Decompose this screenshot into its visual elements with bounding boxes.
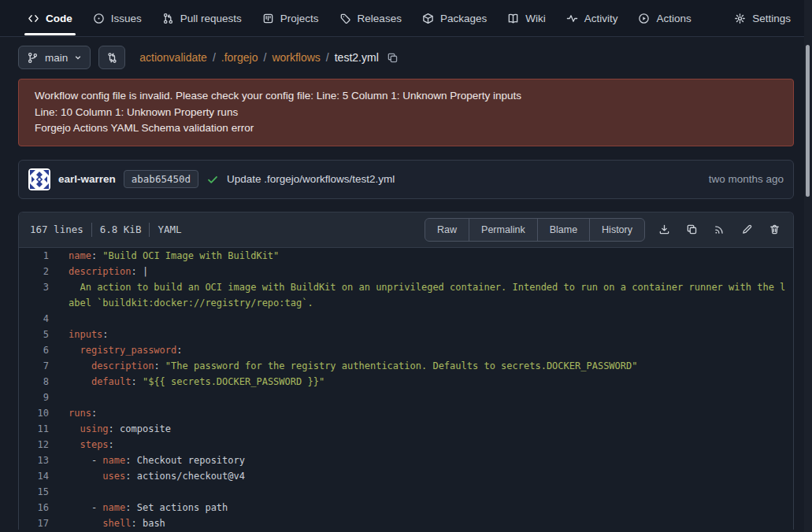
rss-icon: [714, 224, 725, 235]
actions-icon: [638, 13, 650, 24]
line-number[interactable]: 17: [19, 515, 49, 530]
code-line: 15: [19, 484, 793, 500]
line-number[interactable]: 10: [19, 405, 49, 421]
tab-label: Projects: [280, 13, 319, 24]
line-content: - name: Checkout repository: [49, 453, 793, 468]
avatar[interactable]: [28, 168, 50, 190]
line-content: [49, 311, 793, 327]
code-line: 11 using: composite: [19, 421, 793, 437]
line-number[interactable]: 5: [19, 327, 49, 342]
compare-button[interactable]: [98, 46, 125, 69]
releases-icon: [339, 13, 351, 24]
error-line: Workflow config file is invalid. Please …: [35, 88, 777, 105]
line-number[interactable]: 15: [19, 484, 49, 500]
tab-settings[interactable]: Settings: [724, 0, 801, 36]
chevron-down-icon: [74, 54, 82, 61]
code-line: 3 An action to build an OCI image with B…: [19, 279, 793, 311]
tab-label: Packages: [440, 13, 487, 24]
line-number[interactable]: 14: [19, 468, 49, 484]
tab-wiki[interactable]: Wiki: [497, 0, 556, 36]
code-line: 17 shell: bash: [19, 515, 793, 530]
code-view: 1name: "Build OCI Image with BuildKit"2d…: [19, 248, 793, 530]
code-line: 1name: "Build OCI Image with BuildKit": [19, 248, 793, 264]
code-line: 6 registry_password:: [19, 342, 793, 358]
file-header: 167 lines6.8 KiBYAML RawPermalinkBlameHi…: [19, 212, 793, 248]
line-number[interactable]: 11: [19, 421, 49, 437]
issue-icon: [93, 13, 105, 24]
permalink-button[interactable]: Permalink: [469, 219, 537, 241]
line-content: description: "The password for the regis…: [49, 358, 793, 374]
error-line: Forgejo Actions YAML Schema validation e…: [35, 120, 777, 137]
commit-hash-button[interactable]: abab65450d: [124, 170, 198, 188]
meta-divider: [149, 223, 150, 237]
edit-button[interactable]: [740, 222, 755, 237]
breadcrumb--forgejo[interactable]: .forgejo: [221, 51, 258, 64]
code-line: 8 default: "${{ secrets.DOCKER_PASSWORD …: [19, 374, 793, 390]
view-mode-group: RawPermalinkBlameHistory: [425, 218, 645, 242]
delete-button[interactable]: [767, 222, 782, 237]
breadcrumb-test2-yml: test2.yml: [335, 51, 379, 64]
file-header-actions: RawPermalinkBlameHistory: [425, 218, 782, 242]
breadcrumb-separator: /: [326, 51, 329, 64]
line-number[interactable]: 1: [19, 248, 49, 264]
code-line: 9: [19, 390, 793, 405]
tab-releases[interactable]: Releases: [329, 0, 412, 36]
line-number[interactable]: 4: [19, 311, 49, 327]
code-line: 4: [19, 311, 793, 327]
breadcrumb-workflows[interactable]: workflows: [272, 51, 320, 64]
blame-button[interactable]: Blame: [537, 219, 589, 241]
file-meta: 167 lines6.8 KiBYAML: [30, 223, 182, 237]
meta-divider: [91, 223, 92, 237]
download-icon: [658, 224, 670, 235]
line-number[interactable]: 13: [19, 453, 49, 468]
file-action-icons: [657, 222, 782, 237]
activity-icon: [566, 13, 578, 24]
tab-label: Actions: [656, 13, 691, 24]
line-content: default: "${{ secrets.DOCKER_PASSWORD }}…: [49, 374, 793, 390]
tab-activity[interactable]: Activity: [556, 0, 628, 36]
code-line: 16 - name: Set actions path: [19, 500, 793, 515]
tab-issues[interactable]: Issues: [83, 0, 152, 36]
line-content: shell: bash: [49, 515, 793, 530]
line-number[interactable]: 6: [19, 342, 49, 358]
line-content: An action to build an OCI image with Bui…: [49, 279, 793, 311]
commit-message[interactable]: Update .forgejo/workflows/test2.yml: [227, 173, 395, 185]
file-meta-6-8-kib: 6.8 KiB: [100, 224, 142, 235]
copy-path-icon[interactable]: [387, 52, 399, 64]
scrollbar-thumb[interactable]: [806, 45, 810, 197]
line-number[interactable]: 9: [19, 390, 49, 405]
compare-icon: [106, 52, 118, 64]
line-content: description: |: [49, 264, 793, 279]
pull-request-icon: [162, 13, 174, 24]
line-content: name: "Build OCI Image with BuildKit": [49, 248, 793, 264]
breadcrumb: actionvalidate/.forgejo/workflows/test2.…: [139, 51, 398, 64]
breadcrumb-actionvalidate[interactable]: actionvalidate: [139, 51, 207, 64]
commit-author[interactable]: earl-warren: [58, 173, 116, 185]
code-line: 13 - name: Checkout repository: [19, 453, 793, 468]
tab-projects[interactable]: Projects: [252, 0, 329, 36]
tab-code[interactable]: Code: [17, 0, 83, 36]
scrollbar-track[interactable]: [804, 0, 812, 532]
line-number[interactable]: 16: [19, 500, 49, 515]
tab-pull-requests[interactable]: Pull requests: [152, 0, 252, 36]
tab-actions[interactable]: Actions: [628, 0, 701, 36]
tab-packages[interactable]: Packages: [412, 0, 497, 36]
file-meta-167-lines: 167 lines: [30, 224, 83, 235]
check-icon[interactable]: [206, 173, 219, 186]
code-line: 14 uses: actions/checkout@v4: [19, 468, 793, 484]
line-number[interactable]: 7: [19, 358, 49, 374]
copy-button[interactable]: [684, 222, 699, 237]
raw-button[interactable]: Raw: [425, 219, 469, 241]
line-number[interactable]: 12: [19, 437, 49, 453]
download-button[interactable]: [657, 222, 672, 237]
line-number[interactable]: 8: [19, 374, 49, 390]
rss-button[interactable]: [712, 222, 727, 237]
branch-selector[interactable]: main: [18, 46, 91, 69]
line-number[interactable]: 2: [19, 264, 49, 279]
line-content: inputs:: [49, 327, 793, 342]
line-number[interactable]: 3: [19, 279, 49, 311]
code-line: 2description: |: [19, 264, 793, 279]
file-view: 167 lines6.8 KiBYAML RawPermalinkBlameHi…: [18, 212, 794, 530]
history-button[interactable]: History: [589, 219, 644, 241]
commit-time: two months ago: [709, 173, 784, 185]
